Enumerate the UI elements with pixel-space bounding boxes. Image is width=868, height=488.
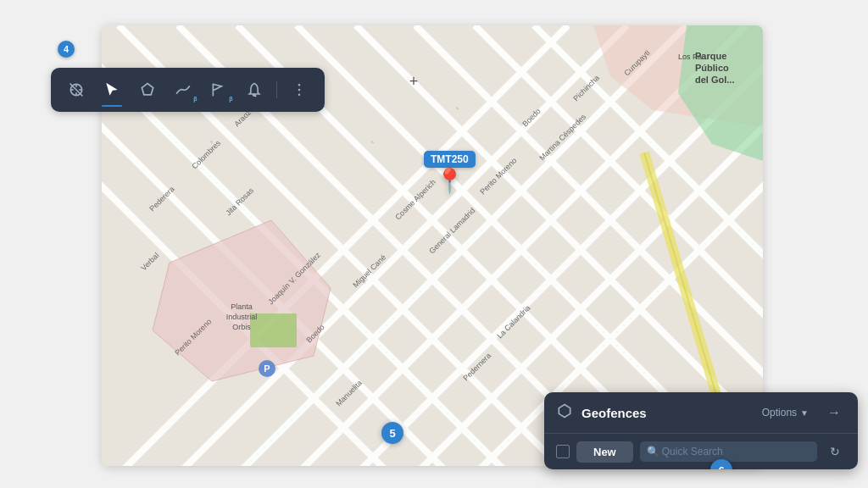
geofences-header: Geofences Options ▼ → <box>544 392 858 433</box>
panel-arrow-button[interactable]: → <box>822 401 846 424</box>
location-off-button[interactable] <box>63 76 90 103</box>
map-pin-label: TMT250 <box>424 151 476 168</box>
panel-arrow-icon: → <box>827 405 841 420</box>
options-label: Options <box>762 407 797 419</box>
svg-text:Planta: Planta <box>231 302 253 311</box>
svg-text:+: + <box>409 73 419 90</box>
route-beta-badge: β <box>193 96 197 102</box>
refresh-icon: ↻ <box>830 445 840 458</box>
search-wrapper: 🔍 <box>640 441 817 462</box>
toolbar: β β <box>51 68 325 112</box>
svg-marker-68 <box>559 404 570 417</box>
geofences-panel: Geofences Options ▼ → New 🔍 ↻ 6 <box>544 392 858 469</box>
cursor-button[interactable] <box>98 76 125 103</box>
options-chevron-icon: ▼ <box>800 408 809 418</box>
map-pin-icon: 📍 <box>435 169 465 193</box>
step-badge-4: 4 <box>58 41 75 58</box>
route-button[interactable]: β <box>170 76 197 103</box>
polygon-button[interactable] <box>134 76 161 103</box>
step-badge-5: 5 <box>381 422 403 444</box>
svg-point-66 <box>298 89 301 92</box>
flag-beta-badge: β <box>229 96 232 102</box>
route-icon <box>175 81 192 98</box>
flag-icon <box>210 81 227 98</box>
more-icon <box>291 81 308 98</box>
location-off-icon <box>68 81 85 98</box>
svg-point-65 <box>298 84 301 86</box>
svg-text:P: P <box>264 363 270 374</box>
svg-text:Público: Público <box>695 63 729 73</box>
geofences-toolbar: New 🔍 ↻ <box>544 433 858 469</box>
svg-text:Industrial: Industrial <box>226 313 258 321</box>
search-input[interactable] <box>640 441 817 462</box>
geofences-title: Geofences <box>581 406 748 420</box>
new-button[interactable]: New <box>576 441 633 463</box>
toolbar-divider <box>276 81 277 98</box>
more-button[interactable] <box>286 76 313 103</box>
map-pin[interactable]: TMT250 📍 <box>424 151 476 193</box>
svg-text:del Gol...: del Gol... <box>695 75 734 85</box>
active-underline <box>102 105 122 107</box>
bell-button[interactable] <box>241 76 268 103</box>
cursor-icon <box>103 81 120 98</box>
svg-text:Los Pa...: Los Pa... <box>678 53 709 61</box>
flag-button[interactable]: β <box>205 76 232 103</box>
svg-text:Orbis: Orbis <box>232 323 251 331</box>
svg-point-67 <box>298 94 301 97</box>
select-all-checkbox[interactable] <box>556 445 570 458</box>
bell-icon <box>246 81 263 98</box>
refresh-button[interactable]: ↻ <box>824 441 846 463</box>
geofences-icon <box>556 402 573 424</box>
svg-marker-64 <box>142 84 153 95</box>
options-button[interactable]: Options ▼ <box>757 404 814 421</box>
polygon-icon <box>139 81 156 98</box>
